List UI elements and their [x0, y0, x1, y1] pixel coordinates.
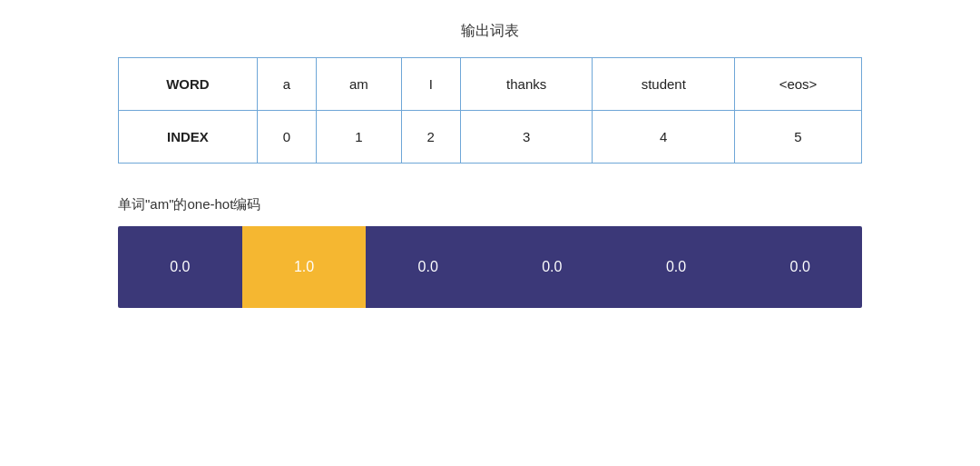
- table-cell: 2: [401, 111, 460, 164]
- table-cell: thanks: [460, 58, 592, 111]
- table-cell: student: [593, 58, 735, 111]
- table-cell: <eos>: [735, 58, 862, 111]
- table-cell: am: [317, 58, 401, 111]
- onehot-section: 单词"am"的one-hot编码 0.01.00.00.00.00.0: [118, 196, 862, 308]
- table-cell: I: [401, 58, 460, 111]
- table-cell: a: [257, 58, 316, 111]
- table-cell: 5: [735, 111, 862, 164]
- index-header: INDEX: [119, 111, 258, 164]
- onehot-cell: 0.0: [118, 226, 242, 308]
- table-cell: 0: [257, 111, 316, 164]
- table-cell: 4: [593, 111, 735, 164]
- table-title: 输出词表: [118, 22, 862, 41]
- table-cell: 3: [460, 111, 592, 164]
- onehot-cell: 0.0: [614, 226, 739, 308]
- onehot-bar: 0.01.00.00.00.00.0: [118, 226, 862, 308]
- word-header: WORD: [119, 58, 258, 111]
- onehot-title: 单词"am"的one-hot编码: [118, 196, 862, 213]
- onehot-cell: 0.0: [490, 226, 614, 308]
- onehot-cell: 1.0: [242, 226, 367, 308]
- onehot-cell: 0.0: [738, 226, 862, 308]
- table-row: INDEX012345: [119, 111, 862, 164]
- word-index-table: WORDaamIthanksstudent<eos>INDEX012345: [118, 57, 862, 164]
- table-row: WORDaamIthanksstudent<eos>: [119, 58, 862, 111]
- table-cell: 1: [317, 111, 401, 164]
- onehot-cell: 0.0: [366, 226, 490, 308]
- table-section: 输出词表 WORDaamIthanksstudent<eos>INDEX0123…: [118, 22, 862, 164]
